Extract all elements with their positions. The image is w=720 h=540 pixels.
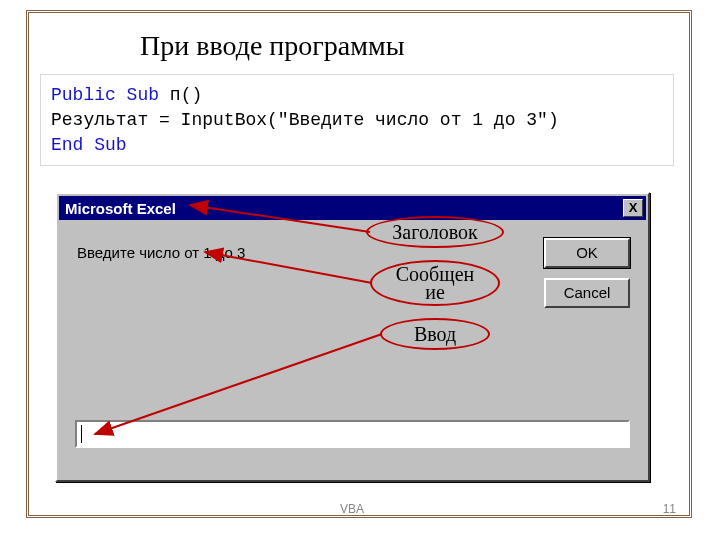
callout-title: Заголовок [366, 216, 504, 248]
text-cursor [81, 425, 82, 443]
code-box: Public Sub п() Результат = InputBox("Вве… [40, 74, 674, 166]
ok-button[interactable]: OK [544, 238, 630, 268]
code-keyword: Public Sub [51, 85, 159, 105]
page-number: 11 [663, 502, 676, 516]
dialog-prompt: Введите число от 1 до 3 [77, 244, 245, 261]
code-text: п() [159, 85, 202, 105]
cancel-button[interactable]: Cancel [544, 278, 630, 308]
slide-heading: При вводе программы [140, 30, 404, 62]
inputbox-dialog: Microsoft Excel X Введите число от 1 до … [55, 192, 650, 482]
close-icon[interactable]: X [623, 199, 643, 217]
code-text: Результат = InputBox("Введите число от 1… [51, 110, 559, 130]
dialog-title: Microsoft Excel [65, 200, 176, 217]
code-keyword: End Sub [51, 135, 127, 155]
input-field[interactable] [75, 420, 630, 448]
callout-message: Сообщен ие [370, 260, 500, 306]
footer-label: VBA [340, 502, 364, 516]
callout-input: Ввод [380, 318, 490, 350]
dialog-titlebar: Microsoft Excel X [59, 196, 646, 220]
